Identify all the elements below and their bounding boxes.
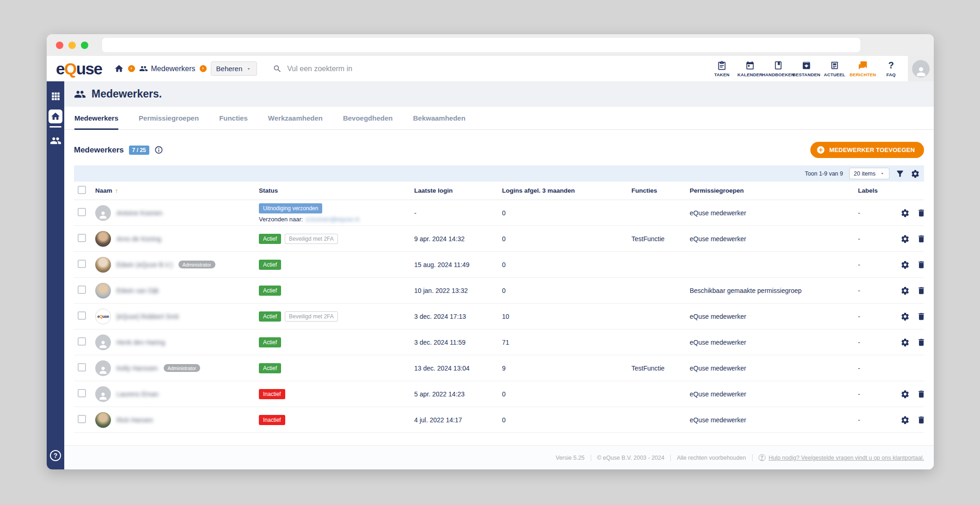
row-settings-button[interactable]: [900, 286, 910, 295]
status-badges: Actief: [259, 337, 281, 347]
row-settings-button[interactable]: [900, 389, 910, 399]
footer-help-link[interactable]: Hulp nodig? Veelgestelde vragen vindt u …: [759, 454, 924, 461]
tab-medewerkers[interactable]: Medewerkers: [64, 107, 129, 129]
row-checkbox[interactable]: [78, 415, 86, 423]
row-delete-button[interactable]: [917, 338, 926, 347]
column-header-functies[interactable]: Functies: [631, 187, 690, 194]
row-checkbox[interactable]: [78, 363, 86, 371]
info-button[interactable]: [154, 146, 163, 154]
footer: Versie 5.25 © eQuse B.V. 2003 - 2024 All…: [64, 445, 934, 469]
sidebar-help-button[interactable]: [50, 450, 61, 461]
table-toolbar: Toon 1-9 van 9 20 items: [74, 165, 924, 182]
tab-bevoegdheden[interactable]: Bevoegdheden: [333, 107, 403, 129]
row-checkbox[interactable]: [78, 234, 86, 242]
row-delete-button[interactable]: [917, 389, 926, 399]
nav-berichten[interactable]: BERICHTEN: [849, 56, 877, 81]
browser-window: eQuse Medewerkers Beheren TAKEN: [47, 34, 934, 469]
maximize-button[interactable]: [81, 42, 88, 49]
nav-handboeken[interactable]: HANDBOEKEN: [764, 56, 792, 81]
page-size-select[interactable]: 20 items: [849, 168, 889, 179]
row-settings-button[interactable]: [900, 234, 910, 243]
sidebar-home-button[interactable]: [49, 110, 62, 123]
tab-permissiegroepen[interactable]: Permissiegroepen: [129, 107, 209, 129]
search-box: [273, 64, 708, 73]
employee-name: Rick Hansen: [116, 416, 153, 424]
nav-kalender[interactable]: KALENDER: [736, 56, 764, 81]
breadcrumb-medewerkers[interactable]: Medewerkers: [139, 64, 196, 73]
column-header-status[interactable]: Status: [259, 187, 414, 194]
last-login-cell: 3 dec. 2024 11:59: [414, 339, 502, 346]
nav-label: TAKEN: [714, 72, 729, 77]
page-title: Medewerkers.: [92, 88, 162, 100]
row-checkbox[interactable]: [78, 389, 86, 397]
select-all-checkbox[interactable]: [78, 186, 86, 194]
status-badges: Inactief: [259, 389, 285, 399]
row-settings-button[interactable]: [900, 208, 910, 218]
sidebar-medewerkers-button[interactable]: [50, 135, 61, 146]
row-delete-button[interactable]: [917, 415, 926, 425]
filter-icon: [895, 169, 905, 178]
nav-taken[interactable]: TAKEN: [708, 56, 736, 81]
row-actions: [895, 312, 926, 321]
nav-label: HANDBOEKEN: [762, 72, 794, 77]
tasks-icon: [717, 61, 727, 70]
row-checkbox[interactable]: [78, 208, 86, 216]
sidebar-apps-button[interactable]: [50, 91, 61, 102]
breadcrumb-home-button[interactable]: [114, 64, 124, 73]
chevron-down-icon: [880, 171, 885, 176]
minimize-button[interactable]: [68, 42, 76, 49]
row-settings-button[interactable]: [900, 338, 910, 347]
column-header-permissiegroepen[interactable]: Permissiegroepen: [690, 187, 858, 194]
sidebar: [47, 81, 64, 469]
employee-name: Henk den Haring: [116, 339, 165, 346]
labels-cell: -: [858, 365, 895, 372]
column-header-naam[interactable]: Naam: [95, 187, 259, 195]
row-checkbox[interactable]: [78, 260, 86, 268]
column-header-labels[interactable]: Labels: [858, 187, 895, 194]
search-input[interactable]: [287, 65, 548, 73]
employee-name: Laurens Eman: [116, 390, 159, 398]
column-header-logins[interactable]: Logins afgel. 3 maanden: [502, 187, 631, 194]
logins-count-cell: 71: [502, 339, 631, 346]
close-button[interactable]: [56, 42, 63, 49]
nav-bestanden[interactable]: BESTANDEN: [792, 56, 821, 81]
tab-werkzaamheden[interactable]: Werkzaamheden: [258, 107, 333, 129]
calendar-icon: [745, 61, 755, 70]
equse-logo[interactable]: eQuse: [56, 61, 102, 77]
trash-icon: [917, 260, 926, 269]
nav-actueel[interactable]: ACTUEEL: [821, 56, 849, 81]
employee-name: Edwin (eQuse B.V.): [116, 261, 173, 268]
row-checkbox[interactable]: [78, 337, 86, 346]
gear-icon: [900, 260, 910, 269]
footer-copyright: © eQuse B.V. 2003 - 2024: [591, 455, 671, 461]
person-icon: [915, 65, 927, 78]
row-checkbox[interactable]: [78, 311, 86, 320]
row-actions: [895, 208, 926, 218]
trash-icon: [917, 208, 926, 218]
column-header-laatste-login[interactable]: Laatste login: [414, 187, 502, 194]
row-delete-button[interactable]: [917, 260, 926, 269]
filter-button[interactable]: [895, 169, 905, 178]
row-settings-button[interactable]: [900, 260, 910, 269]
beheren-dropdown[interactable]: Beheren: [211, 61, 257, 76]
add-button-label: MEDEWERKER TOEVOEGEN: [829, 146, 915, 153]
row-settings-button[interactable]: [900, 415, 910, 425]
row-checkbox[interactable]: [78, 286, 86, 294]
section-title: Medewerkers: [74, 146, 124, 155]
tab-bekwaamheden[interactable]: Bekwaamheden: [403, 107, 475, 129]
functions-cell: TestFunctie: [631, 365, 690, 372]
employee-name: Arno de Koning: [116, 235, 161, 243]
row-delete-button[interactable]: [917, 312, 926, 321]
row-delete-button[interactable]: [917, 234, 926, 243]
row-settings-button[interactable]: [900, 312, 910, 321]
page-size-value: 20 items: [854, 170, 876, 177]
user-menu[interactable]: [908, 56, 934, 81]
row-delete-button[interactable]: [917, 208, 926, 218]
tab-functies[interactable]: Functies: [209, 107, 258, 129]
nav-faq[interactable]: FAQ: [877, 56, 905, 81]
table-settings-button[interactable]: [911, 169, 920, 178]
add-medewerker-button[interactable]: MEDEWERKER TOEVOEGEN: [810, 142, 924, 158]
table-row: eQuse Arno de Koning ActiefBeveiligd met…: [74, 226, 924, 252]
address-bar[interactable]: [102, 38, 860, 52]
row-delete-button[interactable]: [917, 286, 926, 295]
